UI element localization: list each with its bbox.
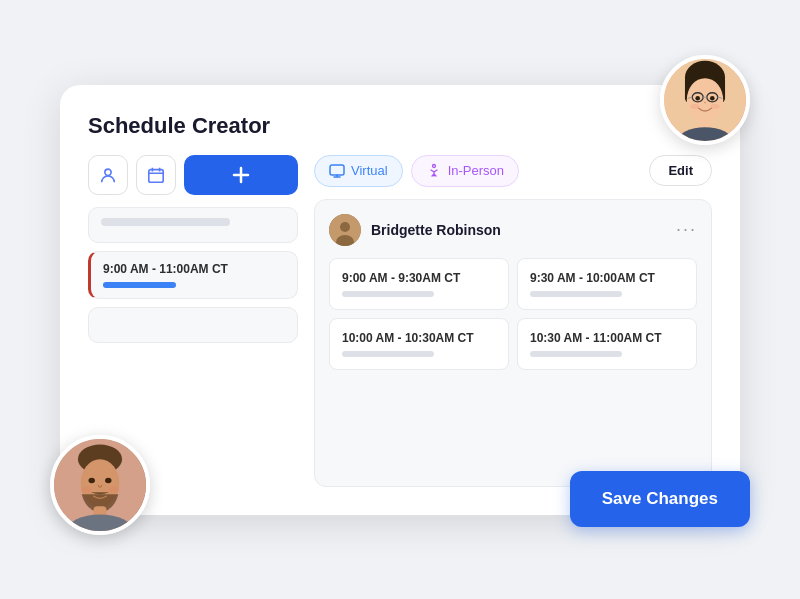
left-panel: 9:00 AM - 11:00AM CT (88, 155, 298, 487)
add-button[interactable] (184, 155, 298, 195)
right-toolbar: Virtual In-Person Edit (314, 155, 712, 187)
time-slot-3[interactable]: 10:00 AM - 10:30AM CT (329, 318, 509, 370)
tab-virtual-label: Virtual (351, 163, 388, 178)
provider-name: Bridgette Robinson (371, 222, 501, 238)
time-slot-2-sub (530, 291, 622, 297)
svg-point-15 (710, 95, 715, 100)
svg-point-3 (432, 164, 435, 167)
save-changes-button[interactable]: Save Changes (570, 471, 750, 527)
provider-row: Bridgette Robinson ··· (329, 214, 697, 246)
svg-point-27 (105, 477, 111, 483)
svg-point-0 (105, 169, 111, 175)
time-slot-4-sub (530, 351, 622, 357)
person-walking-icon (426, 163, 442, 179)
svg-point-28 (81, 486, 92, 492)
provider-avatar-small (329, 214, 361, 246)
tab-inperson[interactable]: In-Person (411, 155, 519, 187)
male-avatar-svg (54, 435, 146, 535)
time-slot-4-label: 10:30 AM - 11:00AM CT (530, 331, 684, 345)
more-options[interactable]: ··· (676, 219, 697, 240)
provider-avatar-svg (329, 214, 361, 246)
time-slots-grid: 9:00 AM - 9:30AM CT 9:30 AM - 10:00AM CT… (329, 258, 697, 370)
placeholder-bar (101, 218, 230, 226)
avatar-bottom-left (50, 435, 150, 535)
svg-point-29 (108, 486, 119, 492)
schedule-creator-card: Schedule Creator (60, 85, 740, 515)
edit-button[interactable]: Edit (649, 155, 712, 186)
toolbar (88, 155, 298, 195)
scene: Schedule Creator (40, 55, 760, 545)
card-body: 9:00 AM - 11:00AM CT Virtual (88, 155, 712, 487)
time-slot-2[interactable]: 9:30 AM - 10:00AM CT (517, 258, 697, 310)
monitor-icon (329, 163, 345, 179)
time-slot-2-label: 9:30 AM - 10:00AM CT (530, 271, 684, 285)
svg-point-5 (340, 222, 350, 232)
tab-inperson-label: In-Person (448, 163, 504, 178)
page-title: Schedule Creator (88, 113, 712, 139)
time-slot-1-label: 9:00 AM - 9:30AM CT (342, 271, 496, 285)
female-avatar-svg (664, 55, 746, 145)
tab-virtual[interactable]: Virtual (314, 155, 403, 187)
time-slot-4[interactable]: 10:30 AM - 11:00AM CT (517, 318, 697, 370)
calendar-button[interactable] (136, 155, 176, 195)
schedule-item-placeholder-top[interactable] (88, 207, 298, 243)
svg-point-14 (695, 95, 700, 100)
avatar-top-right (660, 55, 750, 145)
right-panel: Virtual In-Person Edit (314, 155, 712, 487)
plus-icon (230, 164, 252, 186)
person-icon (99, 166, 117, 184)
svg-rect-1 (149, 169, 163, 182)
time-slot-1-sub (342, 291, 434, 297)
schedule-item-sub-bar (103, 282, 176, 288)
person-button[interactable] (88, 155, 128, 195)
time-slot-1[interactable]: 9:00 AM - 9:30AM CT (329, 258, 509, 310)
availability-card: Bridgette Robinson ··· 9:00 AM - 9:30AM … (314, 199, 712, 487)
time-slot-3-sub (342, 351, 434, 357)
svg-point-19 (690, 103, 699, 108)
svg-point-26 (89, 477, 95, 483)
svg-point-20 (710, 103, 719, 108)
svg-rect-2 (330, 165, 344, 175)
calendar-icon (147, 166, 165, 184)
time-slot-3-label: 10:00 AM - 10:30AM CT (342, 331, 496, 345)
svg-point-11 (687, 78, 723, 122)
schedule-item-empty[interactable] (88, 307, 298, 343)
schedule-item-time: 9:00 AM - 11:00AM CT (103, 262, 285, 276)
schedule-item-active[interactable]: 9:00 AM - 11:00AM CT (88, 251, 298, 299)
